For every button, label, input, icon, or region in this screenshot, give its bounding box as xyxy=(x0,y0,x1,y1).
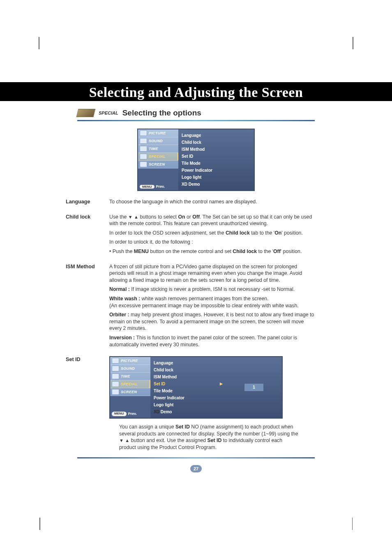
osd-tab-special: SPECIAL xyxy=(110,380,150,388)
def-childlock: Child lock Use the ▼ ▲ buttons to select… xyxy=(66,214,315,258)
osd-item-setid: Set ID xyxy=(182,153,251,160)
osd-item-language: Language xyxy=(182,132,251,139)
def-ism-orbiter: Orbiter : may help prevent ghost images.… xyxy=(109,311,315,332)
section-tag: SPECIAL xyxy=(99,111,118,115)
chevron-right-icon: ▶ xyxy=(220,381,223,387)
osd-tab-picture: PICTURE xyxy=(110,357,150,365)
osd-item-powerind: Power Indicator xyxy=(182,167,251,174)
osd-footer: MENU Prev. xyxy=(138,168,178,190)
prev-label: Prev. xyxy=(128,411,137,416)
picture-icon xyxy=(112,358,119,364)
osd-item-tilemode: Tile Mode xyxy=(154,387,223,394)
sound-icon xyxy=(112,366,119,371)
osd-footer: MENU Prev. xyxy=(110,396,150,418)
def-language-label: Language xyxy=(66,198,109,208)
up-arrow-icon: ▲ xyxy=(125,438,129,443)
osd-tab-sound: SOUND xyxy=(110,365,150,373)
prev-label: Prev. xyxy=(156,184,165,189)
crop-mark xyxy=(39,37,40,49)
def-ism-intro: A frozen of still picture from a PC/Vide… xyxy=(109,263,315,284)
section-heading: Selecting the options xyxy=(122,108,201,117)
def-ism-label: ISM Method xyxy=(66,263,109,351)
divider xyxy=(77,120,315,121)
osd-item-ism: ISM Method xyxy=(182,146,251,153)
def-ism: ISM Method A frozen of still picture fro… xyxy=(66,263,315,351)
osd-item-list: Language Child lock ISM Method Set ID▶ T… xyxy=(150,357,226,418)
def-language-text: To choose the language in which the cont… xyxy=(109,198,315,205)
time-icon xyxy=(140,146,147,152)
def-childlock-p4: • Push the MENU button on the remote con… xyxy=(109,248,315,255)
osd-item-list: Language Child lock ISM Method Set ID Ti… xyxy=(178,129,254,190)
osd-tab-screen: SCREEN xyxy=(110,388,150,396)
osd-tab-special: SPECIAL xyxy=(138,153,178,161)
def-childlock-p1: Use the ▼ ▲ buttons to select On or Off.… xyxy=(109,214,315,227)
osd-tab-picture: PICTURE xyxy=(138,129,178,137)
osd-item-tilemode: Tile Mode xyxy=(182,160,251,167)
osd-tab-list: PICTURE SOUND TIME SPECIAL SCREEN MENU P… xyxy=(110,357,150,418)
menu-button-label: MENU xyxy=(140,185,154,189)
menu-button-label: MENU xyxy=(112,412,127,416)
osd-value-pane: 1 xyxy=(226,357,282,418)
osd-tab-screen: SCREEN xyxy=(138,161,178,168)
osd-item-powerind: Power Indicator xyxy=(154,394,223,401)
osd-item-language: Language xyxy=(154,359,223,366)
osd-item-setid-selected: Set ID▶ xyxy=(154,380,223,387)
def-childlock-p2: In order to lock the OSD screen adjustme… xyxy=(109,230,315,237)
section-header: SPECIAL Selecting the options xyxy=(77,108,392,117)
screen-icon xyxy=(112,389,119,395)
osd-menu-setid-illustration: PICTURE SOUND TIME SPECIAL SCREEN MENU P… xyxy=(109,356,283,419)
def-childlock-label: Child lock xyxy=(66,214,109,258)
def-setid: Set ID PICTURE SOUND TIME SPECIAL SCREEN… xyxy=(66,356,315,419)
time-icon xyxy=(112,373,119,379)
osd-tab-list: PICTURE SOUND TIME SPECIAL SCREEN MENU P… xyxy=(138,129,178,190)
crop-mark xyxy=(39,518,40,530)
osd-tab-time: TIME xyxy=(110,373,150,380)
osd-item-ism: ISM Method xyxy=(154,373,223,380)
page-title-bar: Selecting and Adjusting the Screen xyxy=(0,82,392,101)
osd-menu-illustration: PICTURE SOUND TIME SPECIAL SCREEN MENU P… xyxy=(137,129,255,191)
def-childlock-p3: In order to unlock it, do the following … xyxy=(109,239,315,246)
crop-mark xyxy=(352,518,353,530)
osd-item-childlock: Child lock xyxy=(154,366,223,373)
page-number: 27 xyxy=(190,465,202,472)
picture-icon xyxy=(140,130,147,136)
osd-item-logolight: Logo light xyxy=(154,401,223,408)
crop-mark xyxy=(353,37,353,49)
osd-tab-sound: SOUND xyxy=(138,137,178,145)
page-title: Selecting and Adjusting the Screen xyxy=(0,85,392,100)
divider xyxy=(77,457,315,458)
def-ism-whitewash: White wash : white wash removes permanen… xyxy=(109,295,315,309)
up-arrow-icon: ▲ xyxy=(134,214,138,219)
sound-icon xyxy=(140,138,147,144)
osd-tab-time: TIME xyxy=(138,145,178,153)
osd-item-xddemo: XD Demo xyxy=(182,181,251,188)
setid-value: 1 xyxy=(244,384,263,391)
special-icon xyxy=(140,154,147,159)
def-ism-normal: Normal : If image sticking is never a pr… xyxy=(109,286,315,293)
def-setid-label: Set ID xyxy=(66,356,109,419)
def-ism-inversion: Inversion : This is function to invert t… xyxy=(109,334,315,348)
def-setid-para: You can assign a unique Set ID NO (name … xyxy=(119,424,315,451)
down-arrow-icon: ▼ xyxy=(128,214,133,219)
osd-item-xddemo: XD Demo xyxy=(154,408,223,415)
down-arrow-icon: ▼ xyxy=(119,438,124,443)
osd-item-logolight: Logo light xyxy=(182,174,251,181)
screen-icon xyxy=(140,161,147,167)
osd-item-childlock: Child lock xyxy=(182,139,251,146)
special-badge-icon xyxy=(76,109,96,117)
def-language: Language To choose the language in which… xyxy=(66,198,315,208)
special-icon xyxy=(112,381,119,387)
